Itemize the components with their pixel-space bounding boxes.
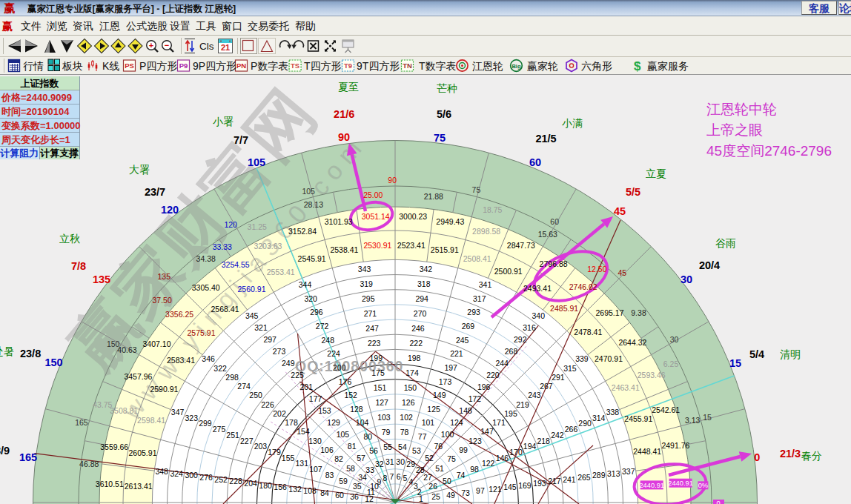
svg-text:2493.41: 2493.41 <box>523 284 552 293</box>
svg-text:2500.91: 2500.91 <box>494 267 523 276</box>
svg-text:2523.41: 2523.41 <box>397 241 426 250</box>
svg-text:314: 314 <box>592 414 606 422</box>
svg-text:34.38: 34.38 <box>196 254 216 263</box>
svg-text:45: 45 <box>617 268 626 277</box>
svg-text:2440.91: 2440.91 <box>668 480 693 487</box>
svg-text:2568.41: 2568.41 <box>211 305 239 314</box>
svg-text:322: 322 <box>213 364 227 373</box>
svg-text:30: 30 <box>670 335 679 344</box>
svg-text:321: 321 <box>254 323 268 332</box>
svg-text:271: 271 <box>364 309 377 318</box>
svg-text:15: 15 <box>729 357 741 369</box>
svg-text:25: 25 <box>431 492 440 501</box>
svg-text:289: 289 <box>592 471 606 480</box>
svg-text:90: 90 <box>338 131 350 143</box>
svg-text:269: 269 <box>462 322 475 331</box>
svg-text:123: 123 <box>468 437 482 445</box>
svg-text:21/6: 21/6 <box>334 108 354 120</box>
svg-text:249: 249 <box>282 359 295 368</box>
svg-text:7/8: 7/8 <box>71 260 86 272</box>
svg-text:30: 30 <box>396 457 405 466</box>
svg-text:265: 265 <box>577 473 591 482</box>
svg-text:2485.91: 2485.91 <box>550 304 578 313</box>
svg-text:276: 276 <box>199 473 213 482</box>
svg-text:46.88: 46.88 <box>79 460 99 468</box>
svg-text:2613.41: 2613.41 <box>125 482 153 491</box>
svg-text:319: 319 <box>360 279 373 288</box>
svg-text:122: 122 <box>482 459 495 468</box>
svg-text:15.63: 15.63 <box>538 230 557 239</box>
svg-text:江恩轮中轮: 江恩轮中轮 <box>706 102 777 117</box>
svg-text:201: 201 <box>300 382 314 391</box>
svg-text:夏至: 夏至 <box>338 81 359 93</box>
svg-text:20/4: 20/4 <box>699 259 720 271</box>
svg-text:98: 98 <box>470 465 479 474</box>
svg-text:147: 147 <box>480 427 494 436</box>
svg-text:244: 244 <box>495 359 509 368</box>
svg-text:2515.91: 2515.91 <box>431 245 459 254</box>
svg-text:156: 156 <box>274 483 287 491</box>
svg-text:220: 220 <box>486 371 500 379</box>
svg-text:343: 343 <box>358 265 371 273</box>
svg-text:198: 198 <box>408 354 421 362</box>
svg-text:33: 33 <box>365 465 374 474</box>
svg-text:60: 60 <box>529 156 541 168</box>
svg-text:99: 99 <box>459 445 468 454</box>
svg-text:73: 73 <box>461 488 470 497</box>
svg-text:T9: T9 <box>344 62 352 70</box>
svg-text:PS: PS <box>125 62 134 70</box>
svg-text:148: 148 <box>459 406 472 415</box>
svg-text:2508.41: 2508.41 <box>463 254 491 263</box>
svg-text:337: 337 <box>622 467 635 476</box>
svg-text:54: 54 <box>398 442 407 451</box>
svg-text:7/7: 7/7 <box>234 134 248 146</box>
svg-text:291: 291 <box>552 373 565 382</box>
svg-text:169: 169 <box>518 481 532 490</box>
svg-text:199: 199 <box>370 354 383 362</box>
svg-text:TS: TS <box>291 62 299 70</box>
svg-text:320: 320 <box>304 294 317 303</box>
svg-text:28: 28 <box>416 465 425 474</box>
svg-text:2695.17: 2695.17 <box>596 308 624 317</box>
svg-text:+: + <box>149 41 153 50</box>
svg-text:222: 222 <box>410 339 423 348</box>
svg-text:76: 76 <box>434 442 443 451</box>
svg-text:2949.43: 2949.43 <box>436 217 464 226</box>
svg-text:6.25: 6.25 <box>663 359 679 368</box>
svg-text:292: 292 <box>514 335 527 344</box>
svg-text:150: 150 <box>44 357 62 368</box>
svg-text:3.13: 3.13 <box>685 416 701 425</box>
svg-text:293: 293 <box>467 308 480 316</box>
svg-text:145: 145 <box>503 483 517 491</box>
svg-text:153: 153 <box>318 406 331 415</box>
svg-text:2746.02: 2746.02 <box>569 282 597 291</box>
svg-text:172: 172 <box>468 394 482 403</box>
svg-text:105: 105 <box>302 187 315 196</box>
svg-text:251: 251 <box>226 431 239 440</box>
svg-text:小署: 小署 <box>213 116 234 127</box>
svg-text:57: 57 <box>357 454 365 462</box>
svg-text:130: 130 <box>308 437 322 445</box>
svg-text:5: 5 <box>403 474 408 483</box>
svg-text:18.75: 18.75 <box>483 205 502 214</box>
svg-text:250: 250 <box>249 391 262 399</box>
svg-text:339: 339 <box>575 354 589 363</box>
svg-text:83: 83 <box>325 471 334 480</box>
svg-text:2448.41: 2448.41 <box>633 447 661 456</box>
svg-text:270: 270 <box>414 309 427 318</box>
svg-text:124: 124 <box>450 418 463 427</box>
svg-text:299: 299 <box>199 419 212 428</box>
svg-text:40.63: 40.63 <box>117 345 136 354</box>
svg-text:3101.93: 3101.93 <box>325 217 353 226</box>
svg-text:340: 340 <box>532 311 546 320</box>
svg-text:60: 60 <box>335 491 344 500</box>
svg-text:59: 59 <box>339 477 348 485</box>
svg-text:165: 165 <box>75 418 88 427</box>
svg-text:78: 78 <box>400 428 409 437</box>
svg-text:50: 50 <box>443 477 451 485</box>
svg-text:272: 272 <box>316 322 329 331</box>
svg-text:97: 97 <box>476 486 485 495</box>
svg-text:217: 217 <box>548 477 561 485</box>
svg-text:90: 90 <box>388 176 397 185</box>
svg-text:2847.73: 2847.73 <box>507 241 535 250</box>
